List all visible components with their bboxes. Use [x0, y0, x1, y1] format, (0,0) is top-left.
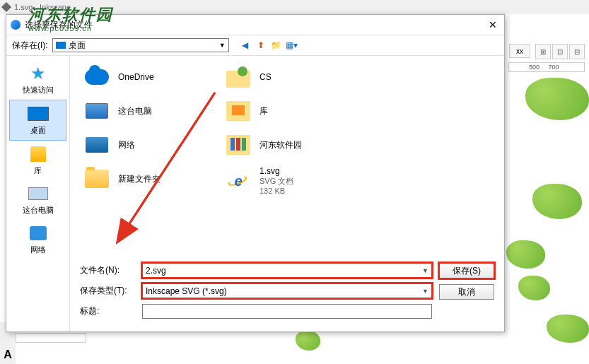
network-icon	[27, 224, 49, 242]
save-button[interactable]: 保存(S)	[439, 263, 494, 278]
books-folder-icon	[224, 132, 252, 158]
filetype-combo[interactable]: Inkscape SVG (*.svg) ▼	[142, 283, 432, 298]
title-label: 标题:	[80, 305, 138, 317]
places-bar: ★ 快速访问 桌面 库 这台电脑 网络	[6, 56, 70, 331]
dialog-toolbar: 保存在(I): 桌面 ▼ ◀ ⬆ 📁 ▦▾	[6, 35, 504, 56]
canvas-shape	[506, 240, 545, 269]
bottom-fields: 文件名(N): 2.svg ▼ 保存类型(T): Inkscape SVG (*…	[70, 260, 504, 331]
place-quick-access[interactable]: ★ 快速访问	[6, 60, 69, 100]
up-icon[interactable]: ⬆	[255, 39, 267, 52]
back-icon[interactable]: ◀	[239, 39, 252, 52]
canvas-shape	[525, 78, 589, 120]
monitor-icon	[83, 98, 111, 124]
file-item-newfolder[interactable]: 新建文件夹	[83, 166, 161, 192]
save-dialog: 选择要保存的文件 ✕ 保存在(I): 桌面 ▼ ◀ ⬆ 📁 ▦▾ ★ 快速访问 …	[6, 14, 505, 332]
nav-icons: ◀ ⬆ 📁 ▦▾	[239, 39, 298, 52]
toolbar-right: ⊞ ⊡ ⊟	[535, 44, 585, 59]
ruler-top-right: 500 700	[508, 62, 585, 72]
cloud-icon	[83, 64, 111, 90]
canvas-shape	[532, 184, 582, 219]
title-input[interactable]	[142, 304, 432, 319]
file-item-onedrive[interactable]: OneDrive	[83, 64, 161, 90]
tool-snap-1[interactable]: ⊞	[535, 44, 551, 59]
app-icon	[1, 2, 11, 12]
app-titlebar: 1.svg - Inkscape	[0, 0, 589, 14]
dialog-titlebar: 选择要保存的文件 ✕	[6, 15, 504, 35]
filetype-row: 保存类型(T): Inkscape SVG (*.svg) ▼	[80, 283, 432, 298]
filename-label: 文件名(N):	[80, 264, 138, 276]
file-item-1svg[interactable]: 1.svg SVG 文档 132 KB	[224, 166, 302, 196]
tool-snap-3[interactable]: ⊟	[569, 44, 585, 59]
desktop-icon	[56, 42, 66, 49]
place-desktop[interactable]: 桌面	[9, 100, 66, 141]
file-area: OneDrive 这台电脑 网络 新建文件夹	[70, 56, 504, 331]
cancel-button[interactable]: 取消	[439, 284, 494, 300]
file-item-lib[interactable]: 库	[224, 98, 302, 124]
new-folder-icon[interactable]: 📁	[270, 39, 283, 52]
file-item-network[interactable]: 网络	[83, 132, 161, 158]
dialog-title: 选择要保存的文件	[25, 19, 93, 31]
canvas-shape	[518, 276, 550, 300]
chevron-down-icon: ▼	[219, 42, 226, 49]
star-icon: ★	[27, 64, 49, 83]
ruler-bottom	[16, 333, 86, 343]
place-libraries[interactable]: 库	[6, 141, 69, 180]
save-in-combo[interactable]: 桌面 ▼	[52, 38, 229, 52]
close-button[interactable]: ✕	[486, 19, 500, 30]
filetype-label: 保存类型(T):	[80, 285, 138, 297]
dialog-icon	[11, 20, 21, 30]
button-column: 保存(S) 取消	[439, 263, 494, 300]
place-network[interactable]: 网络	[6, 220, 69, 259]
tool-snap-2[interactable]: ⊡	[552, 44, 568, 59]
library-folder-icon	[224, 98, 252, 124]
filename-row: 文件名(N): 2.svg ▼	[80, 263, 432, 278]
place-this-pc[interactable]: 这台电脑	[6, 180, 69, 220]
save-in-value: 桌面	[69, 40, 86, 52]
save-in-label: 保存在(I):	[12, 40, 48, 52]
app-title: 1.svg - Inkscape	[14, 3, 71, 11]
dialog-body: ★ 快速访问 桌面 库 这台电脑 网络	[6, 56, 504, 331]
chevron-down-icon: ▼	[422, 288, 428, 295]
file-item-cs[interactable]: CS	[224, 64, 302, 90]
file-list[interactable]: OneDrive 这台电脑 网络 新建文件夹	[70, 56, 504, 260]
file-col-left: OneDrive 这台电脑 网络 新建文件夹	[83, 64, 161, 252]
canvas-shape	[547, 315, 589, 343]
folder-icon	[83, 166, 111, 192]
globe-monitor-icon	[83, 132, 111, 158]
pc-icon	[27, 184, 49, 203]
desktop-icon	[27, 105, 49, 123]
file-col-right: CS 库 河东软件园 1.svg SVG 文档	[224, 64, 302, 252]
file-item-thispc[interactable]: 这台电脑	[83, 98, 161, 124]
chevron-down-icon: ▼	[422, 267, 428, 274]
view-menu-icon[interactable]: ▦▾	[286, 39, 298, 52]
file-item-hedong[interactable]: 河东软件园	[224, 132, 302, 158]
canvas-shape	[296, 331, 320, 351]
filename-input[interactable]: 2.svg ▼	[142, 263, 432, 278]
title-row: 标题:	[80, 304, 432, 319]
toolbar-xx[interactable]: xx	[509, 44, 530, 58]
user-folder-icon	[224, 64, 252, 90]
ie-svg-icon	[224, 168, 252, 194]
library-icon	[27, 145, 49, 163]
